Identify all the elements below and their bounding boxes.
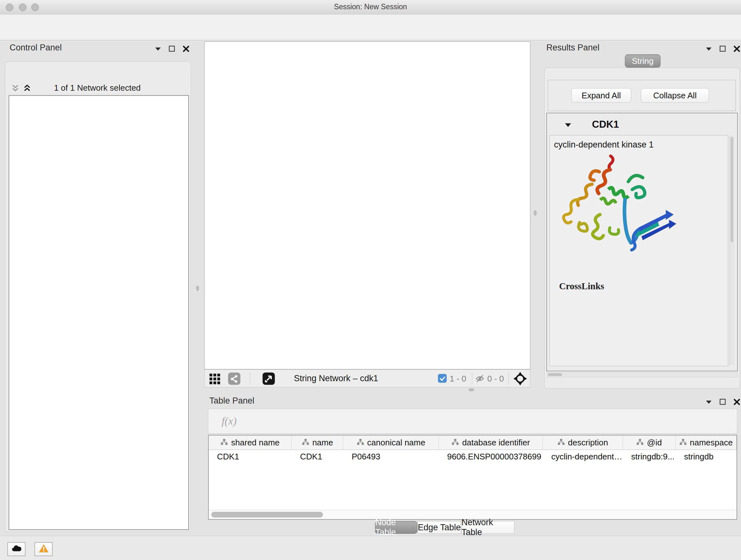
divider (472, 372, 472, 384)
column-header-canonical-name[interactable]: canonical name (343, 435, 439, 449)
results-panel-title: Results Panel (546, 43, 600, 53)
close-panel-icon[interactable] (182, 45, 190, 54)
column-header-description[interactable]: description (543, 435, 623, 449)
scrollbar-thumb[interactable] (211, 512, 323, 517)
expand-all-icon[interactable] (22, 84, 32, 94)
column-header--id[interactable]: @id (623, 435, 676, 449)
network-share-view-icon[interactable] (227, 372, 241, 387)
tab-network-table[interactable]: Network Table (461, 521, 515, 534)
bottom-splitter-handle[interactable] (468, 388, 474, 391)
cell-description[interactable]: cyclin-dependent ... (543, 452, 623, 462)
column-label: shared name (231, 438, 280, 448)
collapse-panel-icon[interactable] (704, 398, 713, 408)
tab-string[interactable]: String (625, 54, 661, 68)
results-horizontal-scrollbar[interactable] (547, 372, 738, 377)
cell-canonical-name[interactable]: P06493 (343, 452, 439, 462)
right-splitter-handle[interactable] (534, 210, 537, 216)
function-fx-icon: f(x) (221, 415, 237, 427)
control-panel-window-icons (154, 45, 190, 54)
column-tree-icon (557, 438, 565, 448)
hidden-eye-icon (475, 374, 485, 385)
column-label: description (568, 438, 608, 448)
results-panel-window-icons (704, 45, 741, 54)
birdseye-crosshair-icon[interactable] (513, 371, 528, 387)
close-panel-icon[interactable] (733, 45, 741, 54)
column-tree-icon (452, 438, 459, 448)
cloud-status-button[interactable] (7, 542, 25, 556)
selected-checkbox-icon[interactable] (437, 374, 447, 384)
selected-count: 1 - 0 (450, 374, 466, 384)
column-header-shared-name[interactable]: shared name (209, 435, 292, 449)
main-toolbar (0, 15, 741, 40)
table-toolbar: f(x) (208, 409, 737, 434)
table-panel-title: Table Panel (209, 396, 254, 406)
column-label: @id (647, 438, 662, 448)
network-selected-status: 1 of 1 Network selected (38, 83, 156, 93)
results-vertical-scrollbar[interactable] (730, 136, 734, 366)
column-label: name (313, 438, 333, 448)
float-panel-icon[interactable] (168, 45, 176, 54)
network-collection-tree (9, 95, 189, 530)
grid-view-icon[interactable] (208, 372, 222, 387)
cytoscape-window: Session: New Session Control Panel 1 of … (0, 0, 741, 560)
open-in-window-icon[interactable] (262, 372, 275, 387)
warnings-button[interactable] (35, 542, 53, 556)
table-row[interactable]: CDK1CDK1P064939606.ENSP00000378699cyclin… (209, 450, 737, 463)
network-canvas[interactable] (204, 42, 530, 369)
column-header-name[interactable]: name (292, 435, 343, 449)
column-tree-icon (679, 438, 687, 448)
collapse-all-icon[interactable] (10, 84, 20, 94)
node-name-heading: CDK1 (592, 119, 619, 130)
close-panel-icon[interactable] (733, 398, 741, 408)
hidden-count: 0 - 0 (487, 374, 504, 384)
float-panel-icon[interactable] (719, 45, 727, 54)
column-label: namespace (690, 438, 733, 448)
title-bar: Session: New Session (0, 0, 741, 15)
protein-structure-image (559, 150, 680, 260)
column-tree-icon (636, 438, 644, 448)
column-tree-icon (220, 438, 228, 448)
warning-icon (38, 543, 50, 555)
window-title: Session: New Session (0, 3, 741, 11)
collapse-all-button[interactable]: Collapse All (641, 88, 709, 103)
node-table[interactable]: shared namenamecanonical namedatabase id… (208, 435, 737, 520)
cell-name[interactable]: CDK1 (292, 452, 343, 462)
cell--id[interactable]: stringdb:9... (623, 452, 676, 462)
divider (250, 372, 250, 384)
cell-namespace[interactable]: stringdb (676, 452, 737, 462)
cloud-icon (10, 543, 23, 555)
tab-edge-table[interactable]: Edge Table (417, 521, 461, 534)
collapse-panel-icon[interactable] (154, 45, 162, 54)
table-panel-window-icons (704, 398, 741, 408)
column-header-database-identifier[interactable]: database identifier (439, 435, 543, 449)
tab-node-table[interactable]: Node Table (375, 521, 417, 534)
network-graph[interactable] (205, 42, 530, 369)
column-label: database identifier (462, 438, 530, 448)
node-description: cyclin-dependent kinase 1 (554, 140, 654, 150)
float-panel-icon[interactable] (719, 398, 727, 408)
control-panel-title: Control Panel (10, 43, 62, 53)
collapse-panel-icon[interactable] (704, 45, 713, 54)
network-view-toolbar: String Network – cdk1 1 - 0 0 - 0 (204, 369, 530, 387)
cell-database-identifier[interactable]: 9606.ENSP00000378699 (439, 452, 543, 462)
left-splitter-handle[interactable] (196, 286, 199, 291)
column-label: canonical name (367, 438, 425, 448)
column-header-namespace[interactable]: namespace (676, 435, 737, 449)
function-builder-button[interactable]: f(x) (215, 414, 244, 429)
crosslinks-heading: CrossLinks (559, 281, 604, 292)
section-collapse-caret-icon[interactable] (563, 121, 572, 131)
table-header-row: shared namenamecanonical namedatabase id… (209, 435, 737, 450)
status-bar: Memory (0, 536, 741, 560)
cell-shared-name[interactable]: CDK1 (209, 452, 292, 462)
view-network-title: String Network – cdk1 (294, 374, 378, 383)
column-tree-icon (302, 438, 309, 448)
expand-all-button[interactable]: Expand All (571, 88, 631, 103)
column-tree-icon (357, 438, 364, 448)
